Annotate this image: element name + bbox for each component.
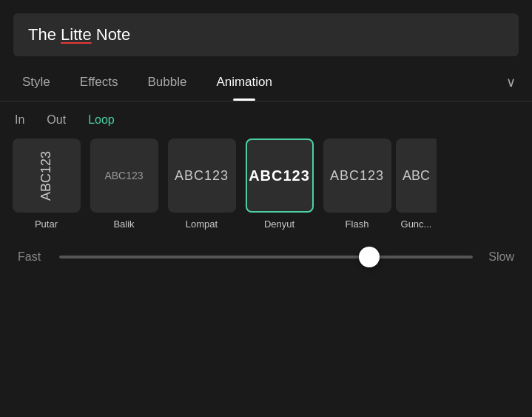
text-litte: Litte bbox=[61, 25, 92, 44]
text-input-bar[interactable]: The Litte Note bbox=[13, 13, 519, 56]
anim-card-box-lompat: ABC123 bbox=[168, 139, 236, 213]
slider-track bbox=[59, 256, 473, 258]
slider-thumb[interactable] bbox=[359, 247, 380, 267]
denyut-text: ABC123 bbox=[249, 167, 310, 184]
text-after-litte: Note bbox=[92, 25, 131, 44]
anim-card-balik[interactable]: ABC123 Balik bbox=[85, 139, 163, 230]
tab-animation[interactable]: Animation bbox=[201, 64, 287, 100]
balik-label: Balik bbox=[113, 218, 134, 230]
sub-tab-in[interactable]: In bbox=[15, 113, 24, 127]
putar-text: ABC123 bbox=[38, 150, 54, 200]
lompat-text: ABC123 bbox=[175, 168, 229, 184]
anim-card-box-guncang: ABC bbox=[396, 139, 437, 213]
tab-effects[interactable]: Effects bbox=[65, 64, 133, 100]
anim-card-lompat[interactable]: ABC123 Lompat bbox=[163, 139, 240, 230]
anim-card-flash[interactable]: ABC123 Flash bbox=[318, 139, 396, 230]
denyut-label: Denyut bbox=[264, 218, 294, 230]
putar-label: Putar bbox=[35, 218, 58, 230]
anim-card-box-balik: ABC123 bbox=[90, 139, 158, 213]
anim-card-denyut[interactable]: ABC123 Denyut bbox=[240, 139, 318, 230]
anim-card-box-putar: ABC123 bbox=[13, 139, 81, 213]
slow-label: Slow bbox=[485, 250, 514, 264]
speed-row: Fast Slow bbox=[0, 236, 532, 278]
flash-label: Flash bbox=[346, 218, 369, 230]
anim-card-box-flash: ABC123 bbox=[323, 139, 391, 213]
anim-card-guncang[interactable]: ABC Gunc... bbox=[396, 139, 437, 230]
lompat-label: Lompat bbox=[186, 218, 218, 230]
guncang-text: ABC bbox=[403, 168, 430, 184]
anim-card-box-denyut: ABC123 bbox=[246, 139, 314, 213]
tab-style[interactable]: Style bbox=[7, 64, 65, 100]
guncang-label: Gunc... bbox=[401, 218, 432, 230]
tab-bubble[interactable]: Bubble bbox=[132, 64, 201, 100]
text-before-litte: The bbox=[28, 25, 61, 44]
sub-tab-bar: In Out Loop bbox=[0, 101, 532, 139]
animation-cards-row: ABC123 Putar ABC123 Balik ABC123 Lompat … bbox=[0, 139, 532, 230]
sub-tab-out[interactable]: Out bbox=[47, 113, 66, 127]
sub-tab-loop[interactable]: Loop bbox=[88, 113, 115, 127]
anim-card-putar[interactable]: ABC123 Putar bbox=[7, 139, 85, 230]
speed-slider-container[interactable] bbox=[59, 256, 473, 258]
balik-text: ABC123 bbox=[104, 170, 143, 181]
flash-text: ABC123 bbox=[330, 168, 384, 184]
fast-label: Fast bbox=[18, 250, 47, 264]
chevron-down-icon[interactable]: ∨ bbox=[497, 64, 525, 101]
tab-bar: Style Effects Bubble Animation ∨ bbox=[0, 64, 532, 101]
